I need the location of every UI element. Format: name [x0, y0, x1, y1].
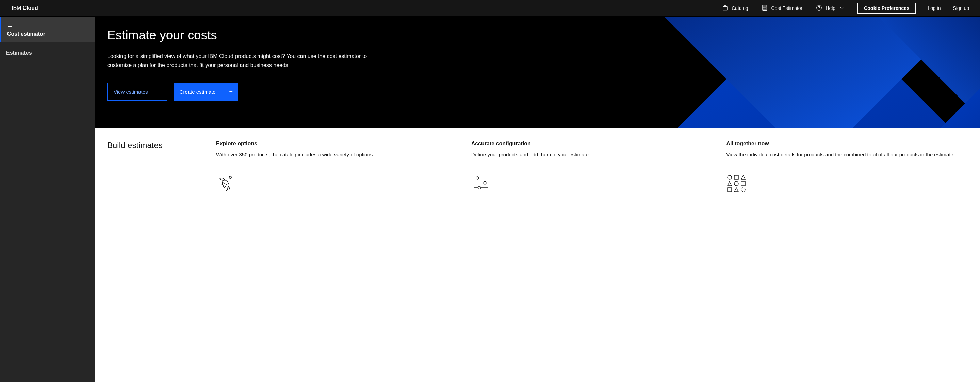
- sidebar-item-label: Estimates: [6, 50, 32, 56]
- calculator-icon: [7, 21, 89, 28]
- svg-rect-10: [9, 25, 10, 26]
- svg-rect-0: [764, 8, 764, 8]
- svg-point-27: [478, 186, 481, 189]
- svg-point-21: [229, 176, 231, 178]
- svg-point-18: [221, 179, 231, 189]
- build-col-text: View the individual cost details for pro…: [726, 151, 968, 159]
- svg-rect-1: [765, 8, 765, 8]
- build-section: Build estimates Explore options With ove…: [95, 128, 980, 382]
- bee-icon: [216, 174, 458, 192]
- shell: Cost estimator Estimates: [0, 17, 980, 382]
- shapes-grid-icon: [726, 174, 968, 194]
- logo-ibm: IBM: [11, 5, 21, 11]
- logo[interactable]: IBM Cloud: [11, 5, 38, 11]
- sliders-icon: [471, 174, 713, 192]
- svg-rect-11: [10, 25, 10, 26]
- create-estimate-button[interactable]: Create estimate +: [173, 83, 238, 101]
- svg-marker-31: [727, 181, 732, 185]
- cookie-preferences-button[interactable]: Cookie Preferences: [857, 3, 916, 14]
- build-col-text: With over 350 products, the catalog incl…: [216, 151, 458, 159]
- build-column-together: All together now View the individual cos…: [726, 141, 968, 374]
- svg-rect-33: [741, 181, 745, 185]
- svg-marker-30: [741, 175, 745, 179]
- calculator-icon: [762, 5, 768, 12]
- svg-marker-35: [734, 188, 738, 192]
- build-heading: Build estimates: [107, 141, 209, 150]
- svg-rect-2: [765, 8, 766, 8]
- build-heading-wrap: Build estimates: [107, 141, 209, 374]
- signup-link[interactable]: Sign up: [947, 0, 980, 17]
- svg-rect-9: [11, 24, 11, 25]
- svg-rect-34: [727, 188, 732, 192]
- svg-rect-3: [764, 8, 764, 9]
- svg-point-6: [819, 9, 819, 10]
- sidebar-item-cost-estimator[interactable]: Cost estimator: [0, 17, 95, 43]
- help-icon: [816, 5, 822, 12]
- svg-point-28: [727, 175, 732, 179]
- create-estimate-label: Create estimate: [180, 89, 216, 95]
- logo-cloud: Cloud: [22, 5, 38, 11]
- svg-rect-4: [765, 8, 765, 9]
- hero-description: Looking for a simplified view of what yo…: [107, 52, 382, 69]
- svg-rect-12: [11, 25, 11, 26]
- view-estimates-button[interactable]: View estimates: [107, 83, 167, 101]
- sidebar-item-label: Cost estimator: [7, 31, 89, 37]
- hero: Estimate your costs Looking for a simpli…: [95, 17, 980, 128]
- svg-point-36: [741, 188, 745, 192]
- login-link[interactable]: Log in: [921, 0, 947, 17]
- build-col-title: Explore options: [216, 141, 458, 147]
- svg-rect-5: [765, 8, 766, 9]
- catalog-label: Catalog: [732, 5, 748, 11]
- plus-icon: +: [229, 88, 233, 95]
- login-label: Log in: [928, 5, 940, 11]
- shopping-bag-icon: [722, 5, 728, 12]
- sidebar: Cost estimator Estimates: [0, 17, 95, 382]
- svg-rect-7: [9, 24, 10, 25]
- sidebar-item-estimates[interactable]: Estimates: [0, 43, 95, 62]
- svg-point-23: [476, 177, 479, 179]
- hero-actions: View estimates Create estimate +: [107, 83, 382, 101]
- cookie-preferences-label: Cookie Preferences: [864, 5, 909, 11]
- build-columns: Explore options With over 350 products, …: [216, 141, 968, 374]
- help-menu[interactable]: Help: [809, 0, 852, 17]
- svg-rect-8: [10, 24, 10, 25]
- svg-point-32: [734, 181, 738, 185]
- build-column-configure: Accurate configuration Define your produ…: [471, 141, 713, 374]
- chevron-down-icon: [839, 5, 845, 12]
- top-header: IBM Cloud Catalog Cost Estimator Help Co…: [0, 0, 980, 17]
- view-estimates-label: View estimates: [114, 89, 148, 95]
- build-col-title: Accurate configuration: [471, 141, 713, 147]
- main: Estimate your costs Looking for a simpli…: [95, 17, 980, 382]
- hero-title: Estimate your costs: [107, 27, 382, 43]
- build-col-title: All together now: [726, 141, 968, 147]
- svg-line-19: [223, 182, 227, 185]
- catalog-link[interactable]: Catalog: [715, 0, 755, 17]
- svg-line-20: [221, 184, 226, 187]
- cost-estimator-label: Cost Estimator: [771, 5, 802, 11]
- help-label: Help: [826, 5, 835, 11]
- cost-estimator-link[interactable]: Cost Estimator: [755, 0, 809, 17]
- build-col-text: Define your products and add them to you…: [471, 151, 713, 159]
- hero-content: Estimate your costs Looking for a simpli…: [95, 17, 395, 111]
- svg-rect-29: [734, 175, 738, 179]
- build-column-explore: Explore options With over 350 products, …: [216, 141, 458, 374]
- signup-label: Sign up: [953, 5, 969, 11]
- svg-point-25: [484, 181, 486, 184]
